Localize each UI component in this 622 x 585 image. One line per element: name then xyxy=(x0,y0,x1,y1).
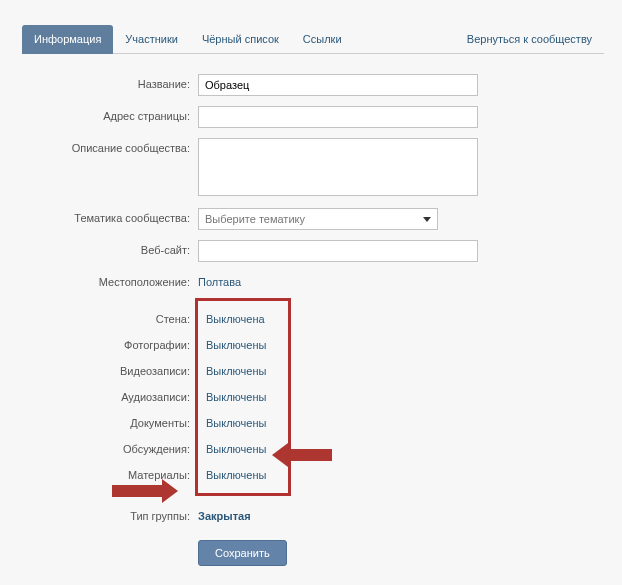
photos-value[interactable]: Выключены xyxy=(206,339,266,351)
label-website: Веб-сайт: xyxy=(22,240,198,256)
label-description: Описание сообщества: xyxy=(22,138,198,154)
label-videos: Видеозаписи: xyxy=(22,365,198,377)
audios-value[interactable]: Выключены xyxy=(206,391,266,403)
tab-links[interactable]: Ссылки xyxy=(291,25,354,53)
label-materials: Материалы: xyxy=(22,469,198,481)
label-wall: Стена: xyxy=(22,313,198,325)
label-audios: Аудиозаписи: xyxy=(22,391,198,403)
label-docs: Документы: xyxy=(22,417,198,429)
save-button[interactable]: Сохранить xyxy=(198,540,287,566)
label-discussions: Обсуждения: xyxy=(22,443,198,455)
address-input[interactable] xyxy=(198,106,478,128)
discussions-value[interactable]: Выключены xyxy=(206,443,266,455)
tabs: Информация Участники Чёрный список Ссылк… xyxy=(22,25,604,54)
caret-down-icon xyxy=(423,217,431,222)
label-photos: Фотографии: xyxy=(22,339,198,351)
tab-back[interactable]: Вернуться к сообществу xyxy=(455,25,604,53)
highlight-box: Стена: Выключена Фотографии: Выключены В… xyxy=(195,298,291,496)
wall-value[interactable]: Выключена xyxy=(206,313,265,325)
tab-info[interactable]: Информация xyxy=(22,25,113,54)
group-type-value[interactable]: Закрытая xyxy=(198,510,251,522)
label-name: Название: xyxy=(22,74,198,90)
label-address: Адрес страницы: xyxy=(22,106,198,122)
theme-select[interactable]: Выберите тематику xyxy=(198,208,438,230)
website-input[interactable] xyxy=(198,240,478,262)
tab-blacklist[interactable]: Чёрный список xyxy=(190,25,291,53)
theme-placeholder: Выберите тематику xyxy=(205,213,305,225)
location-value[interactable]: Полтава xyxy=(198,272,241,288)
name-input[interactable] xyxy=(198,74,478,96)
videos-value[interactable]: Выключены xyxy=(206,365,266,377)
label-location: Местоположение: xyxy=(22,272,198,288)
tab-members[interactable]: Участники xyxy=(113,25,190,53)
form: Название: Адрес страницы: Описание сообщ… xyxy=(22,54,604,566)
materials-value[interactable]: Выключены xyxy=(206,469,266,481)
description-input[interactable] xyxy=(198,138,478,196)
label-theme: Тематика сообщества: xyxy=(22,208,198,224)
label-group-type: Тип группы: xyxy=(22,510,198,522)
docs-value[interactable]: Выключены xyxy=(206,417,266,429)
